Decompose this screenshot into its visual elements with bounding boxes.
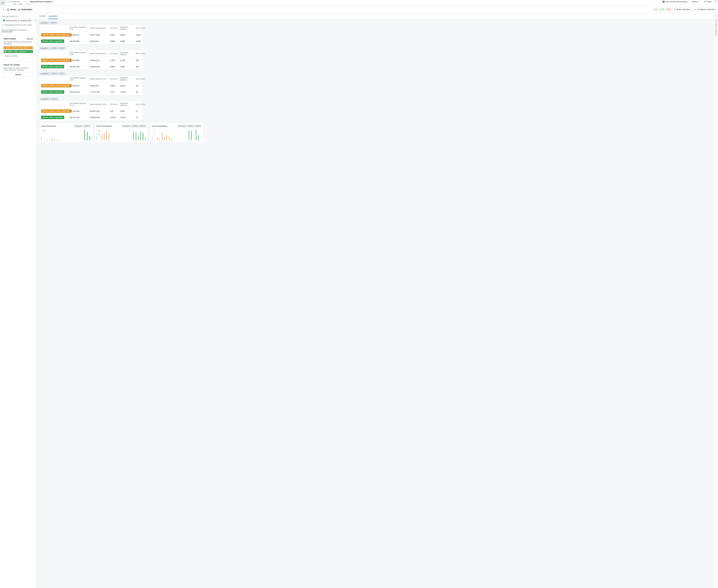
build-label: Build evaluation [677,8,690,10]
presence-indicator[interactable]: 1 [25,3,30,5]
table-head: Root Mean Squared ErrorMean Absolute Err… [39,76,142,83]
x-icon: ✕ [667,8,669,10]
svg-rect-4 [27,4,28,4]
search-button[interactable]: Search [4,72,33,77]
table-row: sklearn_linear_regression96,741.54273,82… [39,114,142,121]
configure-evaluation-button[interactable]: Configure evaluation [693,7,717,12]
model-chip[interactable]: sklearn_random_forest_regression [41,59,71,62]
arrow-left-icon [2,8,4,10]
model-tag-lr-label: sklearn_linear_regression [7,50,27,52]
dataset-more-button[interactable]: ••• [35,18,37,23]
charts-row: Score Distributionpopulation<2500.0Count… [39,123,712,142]
breadcrumb-workspace: Foundry ML ... [10,1,22,3]
chart-title: Score Distribution [152,125,167,127]
bucket-header: population>=7500.0 [39,97,59,101]
chevron-icon: › [16,8,18,11]
presence-icon [27,3,28,5]
refresh-count: 0 [656,8,657,10]
model-chip[interactable]: sklearn_random_forest_regression [41,84,71,87]
app-icon[interactable] [0,0,6,6]
refresh-status-pill[interactable]: 0 [653,8,658,11]
pass-count: 3 [662,8,663,10]
sliders-icon [695,8,697,10]
model-chip[interactable]: sklearn_linear_regression [41,116,64,119]
metric-bucket: population>=7500.0Root Mean Squared Erro… [39,97,712,121]
dataset-select[interactable]: house_prices_in_america_test [2,18,34,23]
tab-overall[interactable]: Overall [39,15,45,19]
chart-area: Count4060 [97,129,146,140]
breadcrumb-folder[interactable]: Foundry ML ... [6,0,23,3]
back-button[interactable] [1,7,5,12]
folder-file-icon [7,1,9,3]
remove-tag-icon[interactable]: ✕ [30,50,32,52]
menu-help[interactable]: Help [18,3,23,5]
select-models-desc: Add specific models to the evaluation da… [4,41,33,45]
table-row: sklearn_random_forest_regression50,294.4… [39,83,142,89]
people-icon [703,1,706,3]
metric-bucket: population<2500.0Root Mean Squared Error… [39,21,712,44]
remove-tag-icon[interactable]: ✕ [31,47,33,49]
chart-area: Count800 [41,129,91,140]
home-icon [7,8,9,10]
metric-bucket: population>=2500.0, <5000.0Root Mean Squ… [39,46,712,70]
bucket-table: Root Mean Squared ErrorMean Absolute Err… [39,50,143,70]
fail-status-pill[interactable]: ✕ 7 [666,8,671,11]
bucket-header: population>=2500.0, <5000.0 [39,46,66,50]
model-chip[interactable]: sklearn_random_forest_regression [41,33,71,37]
viewing-metrics-label: Viewing metrics on [2,15,35,17]
table-head: Root Mean Squared ErrorMean Absolute Err… [39,50,142,57]
chevron-icon: › [27,1,29,3]
model-chip[interactable]: sklearn_random_forest_regression [41,109,71,113]
svg-rect-0 [7,1,8,2]
star-icon[interactable]: ★ [53,1,55,3]
select-models-input[interactable] [4,54,33,58]
table-row: sklearn_random_forest_regression50,208.1… [39,32,142,38]
refresh-icon [654,8,656,10]
breadcrumb-title-wrap: House Prices in America ★ [29,0,56,3]
chart-title: Score Distribution [41,125,57,127]
metric-bucket: population>=5000.0, <7500.0Root Mean Squ… [39,72,712,95]
right-rail: Evaluation dashboard [714,13,718,588]
main: Overall population population<2500.0Root… [37,13,714,588]
actions-label: Actions [692,1,698,3]
main-scroll[interactable]: population<2500.0Root Mean Squared Error… [37,19,714,588]
image-icon [2,2,4,4]
chart-bucket-badge: population<2500.0 [74,125,91,127]
nav-eval-label: Evaluation [21,8,32,10]
model-tag-rf[interactable]: sklearn_random_forest_regres... ✕ [4,46,33,49]
right-rail-label[interactable]: Evaluation dashboard [715,19,717,36]
sidebar: Viewing metrics on house_prices_in_ameri… [0,13,37,588]
model-tag-lr[interactable]: sklearn_linear_regression ✕ [4,50,33,53]
bucket-table: Root Mean Squared ErrorMean Absolute Err… [39,101,143,121]
hammer-icon [674,8,676,10]
tag-icon [28,51,30,52]
search-models-card: Search for models Add models via search … [2,62,35,79]
page-title: House Prices in America [30,1,52,3]
fail-count: 7 [669,8,670,10]
panel-toggle-icon[interactable] [714,0,717,3]
search-models-title: Search for models [4,64,33,66]
model-chip[interactable]: sklearn_linear_regression [41,40,64,43]
select-models-card: Select models Clear all Add specific mod… [2,36,35,60]
chart-card: Score Distributionpopulation>=5000.0, <7… [150,123,204,142]
clear-all-link[interactable]: Clear all [26,38,33,40]
bucket-header: population<2500.0 [39,21,58,24]
tab-population[interactable]: population [48,15,58,19]
breadcrumb-ellipsis[interactable]: ••• [25,1,27,3]
table-row: sklearn_linear_regression54,253.73939,81… [39,63,142,70]
model-chip[interactable]: sklearn_linear_regression [41,90,64,94]
table-row: sklearn_random_forest_regression42,624.5… [39,57,142,63]
pass-status-pill[interactable]: ✓ 3 [659,8,665,11]
nav-home-label: Home [10,8,16,10]
bucket-header: population>=5000.0, <7500.0 [39,72,66,75]
build-evaluation-button[interactable]: Build evaluation [672,7,692,12]
dataset-icon [3,20,5,21]
chart-card: Score Distributionpopulation<2500.0Count… [39,123,93,142]
model-chip[interactable]: sklearn_linear_regression [41,65,64,68]
get-started-label: Get started with modeling [665,1,687,3]
configure-label: Configure evaluation [697,8,715,10]
menu-file[interactable]: File [13,3,17,5]
list-icon[interactable] [715,15,717,17]
nav-home[interactable]: Home [7,8,16,10]
menu-row: File Help 1 [6,3,718,6]
